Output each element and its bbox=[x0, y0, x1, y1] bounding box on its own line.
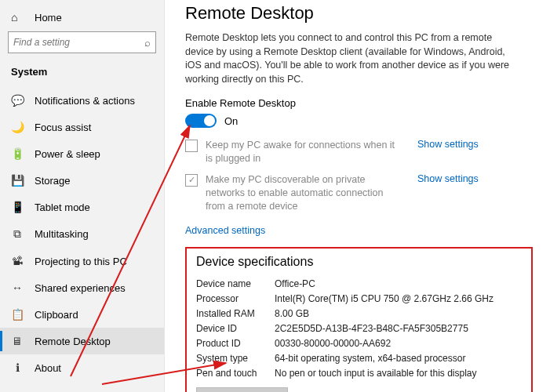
sidebar-item-label: Power & sleep bbox=[35, 148, 100, 160]
sidebar-item-label: Notifications & actions bbox=[35, 95, 135, 107]
remote-desktop-toggle[interactable]: On bbox=[185, 114, 533, 128]
sidebar-item-power-sleep[interactable]: 🔋Power & sleep bbox=[0, 140, 164, 167]
sidebar-item-label: Tablet mode bbox=[35, 201, 90, 213]
remote-desktop-icon: 🖥 bbox=[11, 335, 24, 347]
sidebar-item-projecting[interactable]: 📽Projecting to this PC bbox=[0, 248, 164, 274]
sidebar-item-storage[interactable]: 💾Storage bbox=[0, 167, 164, 194]
sidebar-item-tablet-mode[interactable]: 📱Tablet mode bbox=[0, 194, 164, 220]
spec-row: Product ID00330-80000-00000-AA692 bbox=[196, 336, 522, 350]
home-icon: ⌂ bbox=[11, 11, 24, 24]
sidebar-item-focus-assist[interactable]: 🌙Focus assist bbox=[0, 114, 164, 140]
spec-row: ProcessorIntel(R) Core(TM) i5 CPU 750 @ … bbox=[196, 292, 522, 306]
sidebar-item-multitasking[interactable]: ⧉Multitasking bbox=[0, 220, 164, 248]
toggle-switch-icon bbox=[185, 114, 217, 128]
spec-row: Device nameOffice-PC bbox=[196, 277, 522, 291]
home-label: Home bbox=[35, 12, 62, 24]
advanced-settings-link[interactable]: Advanced settings bbox=[185, 225, 265, 236]
sidebar-item-notifications[interactable]: 💬Notifications & actions bbox=[0, 87, 164, 114]
sidebar-item-label: Shared experiences bbox=[35, 282, 126, 294]
sidebar-item-label: About bbox=[35, 362, 61, 374]
show-settings-link-1[interactable]: Show settings bbox=[417, 139, 479, 150]
multitasking-icon: ⧉ bbox=[11, 227, 24, 241]
page-description: Remote Desktop lets you connect to and c… bbox=[185, 31, 515, 86]
section-header: System bbox=[0, 63, 164, 87]
search-input[interactable] bbox=[13, 37, 144, 48]
sidebar-item-shared-experiences[interactable]: ↔Shared experiences bbox=[0, 274, 164, 301]
focus-assist-icon: 🌙 bbox=[11, 121, 24, 133]
content-pane: Remote Desktop Remote Desktop lets you c… bbox=[165, 0, 550, 392]
clipboard-icon: 📋 bbox=[11, 308, 24, 321]
page-title: Remote Desktop bbox=[185, 3, 533, 24]
about-icon: ℹ bbox=[11, 361, 24, 374]
keep-awake-checkbox[interactable] bbox=[185, 140, 198, 152]
discoverable-label: Make my PC discoverable on private netwo… bbox=[206, 173, 402, 213]
sidebar-item-label: Clipboard bbox=[35, 309, 78, 321]
enable-label: Enable Remote Desktop bbox=[185, 97, 533, 109]
sidebar-item-label: Storage bbox=[35, 175, 71, 187]
spec-row: System type64-bit operating system, x64-… bbox=[196, 351, 522, 365]
spec-row: Pen and touchNo pen or touch input is av… bbox=[196, 366, 522, 380]
notifications-icon: 💬 bbox=[11, 94, 24, 107]
rename-pc-button[interactable]: Rename this PC bbox=[196, 387, 288, 392]
show-settings-link-2[interactable]: Show settings bbox=[417, 173, 479, 184]
projecting-icon: 📽 bbox=[11, 255, 24, 267]
sidebar-item-label: Projecting to this PC bbox=[35, 256, 127, 267]
home-link[interactable]: ⌂ Home bbox=[0, 6, 164, 31]
device-spec-title: Device specifications bbox=[196, 255, 522, 269]
nav-list: 💬Notifications & actions 🌙Focus assist 🔋… bbox=[0, 87, 164, 381]
sidebar-item-label: Focus assist bbox=[35, 122, 91, 133]
sidebar-item-about[interactable]: ℹAbout bbox=[0, 354, 164, 381]
storage-icon: 💾 bbox=[11, 174, 24, 187]
toggle-state-label: On bbox=[224, 115, 238, 127]
keep-awake-label: Keep my PC awake for connections when it… bbox=[206, 139, 402, 165]
shared-icon: ↔ bbox=[11, 281, 24, 294]
spec-row: Device ID2C2E5D5D-A13B-4F23-B48C-FA5F305… bbox=[196, 321, 522, 336]
power-icon: 🔋 bbox=[11, 147, 24, 160]
sidebar-item-clipboard[interactable]: 📋Clipboard bbox=[0, 301, 164, 328]
tablet-icon: 📱 bbox=[11, 201, 24, 213]
search-icon: ⌕ bbox=[144, 37, 151, 49]
sidebar: ⌂ Home ⌕ System 💬Notifications & actions… bbox=[0, 0, 165, 392]
sidebar-item-label: Multitasking bbox=[35, 228, 89, 240]
device-specifications-box: Device specifications Device nameOffice-… bbox=[185, 247, 533, 392]
discoverable-checkbox[interactable]: ✓ bbox=[185, 174, 198, 187]
search-input-wrapper[interactable]: ⌕ bbox=[8, 31, 156, 53]
spec-row: Installed RAM8.00 GB bbox=[196, 307, 522, 321]
sidebar-item-remote-desktop[interactable]: 🖥Remote Desktop bbox=[0, 328, 164, 354]
sidebar-item-label: Remote Desktop bbox=[35, 336, 111, 347]
